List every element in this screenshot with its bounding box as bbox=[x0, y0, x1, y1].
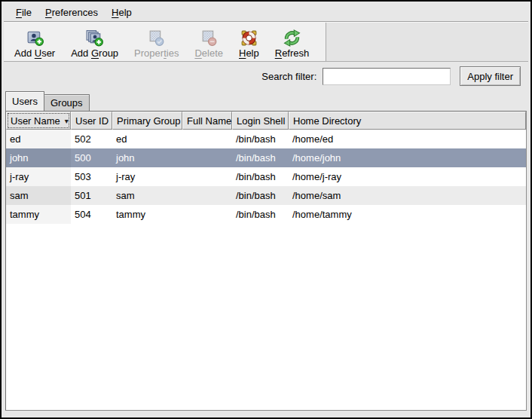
menu-help[interactable]: Help bbox=[105, 5, 139, 20]
table-header-row: User Name ▾ User ID Primary Group Full N… bbox=[6, 112, 526, 130]
tab-groups[interactable]: Groups bbox=[44, 94, 90, 111]
menu-file-label: File bbox=[16, 7, 32, 18]
menu-preferences[interactable]: Preferences bbox=[38, 5, 105, 20]
help-label: Help bbox=[239, 47, 259, 59]
help-icon bbox=[240, 29, 258, 47]
tab-users[interactable]: Users bbox=[5, 91, 44, 111]
tabs: Users Groups bbox=[4, 90, 528, 111]
table-row[interactable]: j-ray 503 j-ray /bin/bash /home/j-ray bbox=[6, 167, 526, 186]
properties-label: Properties bbox=[134, 47, 179, 59]
user-manager-window: { "menubar": { "items": [ { "pre": "", "… bbox=[0, 0, 532, 419]
delete-button[interactable]: Delete bbox=[191, 29, 226, 59]
menu-help-label: Help bbox=[112, 7, 132, 18]
table-row[interactable]: sam 501 sam /bin/bash /home/sam bbox=[6, 186, 526, 205]
column-header-login-shell[interactable]: Login Shell bbox=[232, 112, 289, 130]
menu-preferences-label: Preferences bbox=[45, 7, 98, 18]
table-row[interactable]: tammy 504 tammy /bin/bash /home/tammy bbox=[6, 205, 526, 224]
add-user-label: Add User bbox=[14, 47, 55, 59]
add-user-icon bbox=[26, 29, 44, 47]
menu-file[interactable]: File bbox=[9, 5, 38, 20]
search-filter-input[interactable] bbox=[323, 68, 451, 85]
column-header-full-name[interactable]: Full Name bbox=[182, 112, 232, 130]
table-row[interactable]: ed 502 ed /bin/bash /home/ed bbox=[6, 130, 526, 148]
refresh-icon bbox=[283, 29, 301, 47]
help-button[interactable]: Help bbox=[236, 29, 262, 59]
column-header-user-name[interactable]: User Name ▾ bbox=[6, 112, 71, 130]
table-row-selected[interactable]: john 500 john /bin/bash /home/john bbox=[6, 148, 526, 167]
column-header-home-directory[interactable]: Home Directory bbox=[289, 112, 526, 130]
toolbar: Add User Add Group bbox=[4, 23, 326, 61]
delete-icon bbox=[200, 29, 219, 47]
properties-button[interactable]: Properties bbox=[131, 29, 182, 59]
properties-icon bbox=[147, 29, 166, 47]
search-filter-label: Search filter: bbox=[261, 71, 316, 82]
users-table: User Name ▾ User ID Primary Group Full N… bbox=[5, 111, 527, 411]
sort-arrow-icon: ▾ bbox=[60, 117, 69, 125]
toolbar-row: Add User Add Group bbox=[4, 23, 528, 62]
column-header-primary-group[interactable]: Primary Group bbox=[112, 112, 182, 130]
apply-filter-button[interactable]: Apply filter bbox=[460, 66, 521, 86]
add-user-button[interactable]: Add User bbox=[11, 29, 58, 59]
table-empty-area bbox=[6, 224, 526, 410]
add-group-icon bbox=[85, 29, 104, 47]
column-header-user-id[interactable]: User ID bbox=[71, 112, 112, 130]
refresh-button[interactable]: Refresh bbox=[272, 29, 313, 59]
add-group-button[interactable]: Add Group bbox=[68, 29, 121, 59]
menubar: File Preferences Help bbox=[4, 4, 528, 21]
delete-label: Delete bbox=[194, 47, 223, 59]
search-filter-row: Search filter: Apply filter bbox=[4, 62, 528, 90]
refresh-label: Refresh bbox=[275, 47, 310, 59]
add-group-label: Add Group bbox=[71, 47, 118, 59]
